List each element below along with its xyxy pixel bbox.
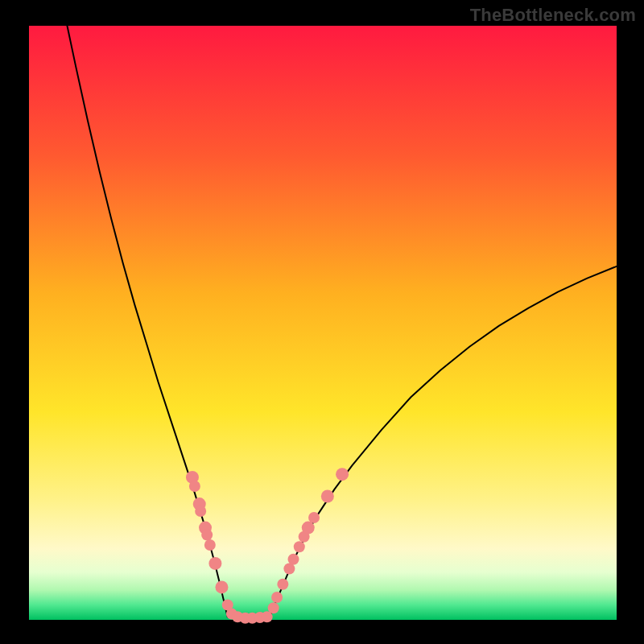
marker-dot (336, 468, 349, 481)
marker-dot (215, 580, 228, 593)
marker-dot (302, 522, 315, 535)
marker-dot (288, 554, 299, 565)
marker-dot (201, 529, 213, 540)
chart-stage: TheBottleneck.com (0, 0, 644, 644)
marker-dot (271, 592, 283, 603)
marker-dot (195, 506, 206, 517)
marker-dot (277, 579, 288, 590)
marker-dot (308, 512, 320, 523)
marker-dot (204, 539, 216, 551)
marker-dot (268, 602, 279, 613)
plot-background (29, 26, 617, 620)
marker-dot (189, 481, 200, 492)
marker-dot (208, 557, 221, 570)
bottleneck-chart (0, 0, 644, 644)
marker-dot (294, 541, 305, 552)
marker-dot (321, 490, 334, 503)
watermark-text: TheBottleneck.com (470, 5, 636, 26)
